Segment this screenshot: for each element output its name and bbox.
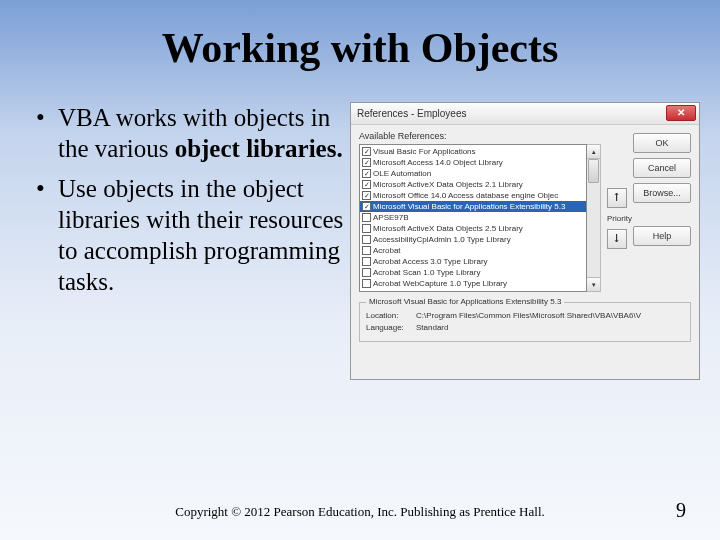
language-label: Language: [366,323,416,332]
priority-label: Priority [607,214,632,223]
reference-item[interactable]: Acrobat Scan 1.0 Type Library [360,267,586,278]
checkbox-icon[interactable]: ✓ [362,202,371,211]
reference-item[interactable]: Microsoft ActiveX Data Objects 2.5 Libra… [360,223,586,234]
priority-up-button[interactable]: 🠕 [607,188,627,208]
reference-label: Acrobat Access 3.0 Type Library [373,256,488,267]
language-value: Standard [416,323,448,332]
references-dialog: References - Employees ✕ Available Refer… [350,102,700,380]
ok-button[interactable]: OK [633,133,691,153]
dialog-title: References - Employees [357,108,467,119]
browse-button[interactable]: Browse... [633,183,691,203]
reference-item[interactable]: ✓Microsoft ActiveX Data Objects 2.1 Libr… [360,179,586,190]
reference-label: Acrobat Scan 1.0 Type Library [373,267,480,278]
location-value: C:\Program Files\Common Files\Microsoft … [416,311,641,320]
reference-label: Microsoft Visual Basic for Applications … [373,201,565,212]
checkbox-icon[interactable]: ✓ [362,191,371,200]
close-button[interactable]: ✕ [666,105,696,121]
reference-item[interactable]: Acrobat WebCapture 1.0 Type Library [360,278,586,289]
priority-controls: 🠕 Priority 🠗 [607,144,632,292]
page-number: 9 [676,499,686,522]
reference-item[interactable]: ✓OLE Automation [360,168,586,179]
scroll-up-arrow[interactable]: ▴ [587,145,600,159]
slide-title: Working with Objects [0,0,720,72]
reference-label: Microsoft Office 14.0 Access database en… [373,190,558,201]
priority-down-button[interactable]: 🠗 [607,229,627,249]
reference-item[interactable]: ✓Microsoft Office 14.0 Access database e… [360,190,586,201]
location-label: Location: [366,311,416,320]
reference-label: Visual Basic For Applications [373,146,476,157]
copyright-footer: Copyright © 2012 Pearson Education, Inc.… [0,504,720,520]
checkbox-icon[interactable]: ✓ [362,158,371,167]
reference-item[interactable]: ✓Visual Basic For Applications [360,146,586,157]
reference-item[interactable]: ✓Microsoft Access 14.0 Object Library [360,157,586,168]
reference-item[interactable]: ✓Microsoft Visual Basic for Applications… [360,201,586,212]
detail-legend: Microsoft Visual Basic for Applications … [366,297,564,306]
references-listbox[interactable]: ✓Visual Basic For Applications✓Microsoft… [359,144,587,292]
checkbox-icon[interactable] [362,224,371,233]
reference-label: APSE97B [373,212,409,223]
checkbox-icon[interactable]: ✓ [362,147,371,156]
checkbox-icon[interactable] [362,279,371,288]
reference-label: AccessibilityCplAdmin 1.0 Type Library [373,234,511,245]
checkbox-icon[interactable] [362,257,371,266]
reference-label: Microsoft ActiveX Data Objects 2.5 Libra… [373,223,523,234]
reference-item[interactable]: Acrobat [360,245,586,256]
dialog-button-column: OK Cancel Browse... Help [633,133,691,246]
reference-label: Microsoft Access 14.0 Object Library [373,157,503,168]
checkbox-icon[interactable]: ✓ [362,180,371,189]
scroll-down-arrow[interactable]: ▾ [587,277,600,291]
reference-label: OLE Automation [373,168,431,179]
checkbox-icon[interactable] [362,213,371,222]
reference-item[interactable]: AccessibilityCplAdmin 1.0 Type Library [360,234,586,245]
checkbox-icon[interactable] [362,268,371,277]
reference-label: Acrobat WebCapture 1.0 Type Library [373,278,507,289]
bullet-item: Use objects in the object libraries with… [36,173,346,298]
reference-item[interactable]: APSE97B [360,212,586,223]
checkbox-icon[interactable] [362,235,371,244]
checkbox-icon[interactable] [362,246,371,255]
reference-label: Microsoft ActiveX Data Objects 2.1 Libra… [373,179,523,190]
scroll-thumb[interactable] [588,159,599,183]
cancel-button[interactable]: Cancel [633,158,691,178]
reference-item[interactable]: Acrobat Access 3.0 Type Library [360,256,586,267]
scrollbar-vertical[interactable]: ▴ ▾ [587,144,601,292]
bullet-item: VBA works with objects in the various ob… [36,102,346,165]
detail-groupbox: Microsoft Visual Basic for Applications … [359,302,691,342]
reference-label: Acrobat [373,245,401,256]
dialog-titlebar: References - Employees ✕ [351,103,699,125]
bullet-list: VBA works with objects in the various ob… [36,102,346,380]
help-button[interactable]: Help [633,226,691,246]
content-area: VBA works with objects in the various ob… [0,72,720,380]
checkbox-icon[interactable]: ✓ [362,169,371,178]
